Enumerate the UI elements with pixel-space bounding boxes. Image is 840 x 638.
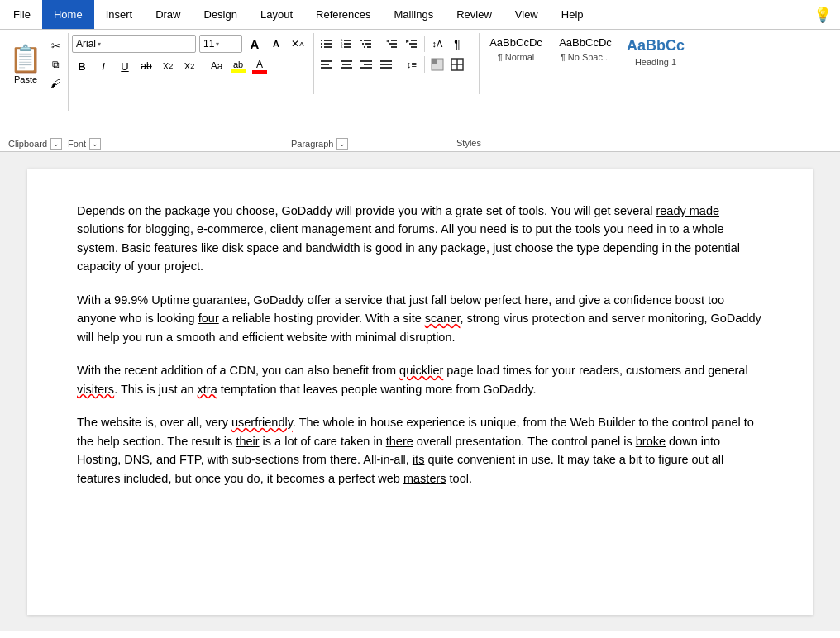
menu-mailings[interactable]: Mailings bbox=[383, 0, 446, 29]
shading-button[interactable] bbox=[428, 55, 446, 74]
font-expander[interactable]: ⌄ bbox=[89, 138, 101, 150]
font-label-area: Font ⌄ bbox=[64, 136, 288, 151]
styles-group-label: Styles bbox=[456, 138, 481, 148]
font-color-swatch bbox=[252, 70, 267, 74]
menu-draw[interactable]: Draw bbox=[144, 0, 192, 29]
align-left-button[interactable] bbox=[317, 55, 336, 74]
align-center-button[interactable] bbox=[337, 55, 356, 74]
svg-rect-27 bbox=[321, 64, 329, 65]
menu-view[interactable]: View bbox=[504, 0, 550, 29]
menu-layout[interactable]: Layout bbox=[249, 0, 304, 29]
borders-button[interactable] bbox=[448, 55, 466, 74]
svg-rect-23 bbox=[411, 40, 417, 41]
style-nospace-label: ¶ No Spac... bbox=[561, 52, 610, 62]
document-page[interactable]: Depends on the package you choose, GoDad… bbox=[27, 169, 813, 615]
svg-rect-37 bbox=[380, 67, 392, 69]
font-name-dropdown[interactable]: Arial ▾ bbox=[72, 35, 196, 53]
font-grow-button[interactable]: A bbox=[246, 35, 264, 53]
increase-indent-icon bbox=[405, 37, 418, 50]
clipboard-label-area: Clipboard ⌄ bbox=[5, 136, 64, 151]
paste-icon: 📋 bbox=[9, 43, 42, 74]
format-painter-button[interactable]: 🖌 bbox=[46, 74, 64, 93]
para-separator-2 bbox=[424, 36, 425, 52]
font-color-button[interactable]: A bbox=[250, 56, 270, 76]
clipboard-group: 📋 Paste ✂ ⧉ 🖌 bbox=[5, 33, 69, 111]
paragraph-3: With the recent addition of a CDN, you c… bbox=[77, 361, 763, 398]
underline-button[interactable]: U bbox=[115, 56, 135, 76]
svg-rect-13 bbox=[364, 40, 371, 41]
bullets-button[interactable] bbox=[317, 35, 336, 53]
svg-rect-34 bbox=[360, 67, 372, 69]
paragraph-expander[interactable]: ⌄ bbox=[336, 138, 348, 150]
superscript-button[interactable]: X2 bbox=[179, 56, 199, 76]
clipboard-expander[interactable]: ⌄ bbox=[50, 138, 62, 150]
paste-label: Paste bbox=[14, 74, 37, 84]
style-heading1[interactable]: AaBbCc Heading 1 bbox=[622, 35, 690, 69]
style-heading1-preview: AaBbCc bbox=[627, 36, 685, 55]
svg-rect-0 bbox=[321, 40, 322, 41]
align-right-icon bbox=[360, 58, 373, 71]
align-right-button[interactable] bbox=[357, 55, 375, 74]
svg-rect-7 bbox=[344, 40, 351, 41]
menu-home[interactable]: Home bbox=[42, 0, 94, 29]
menu-file[interactable]: File bbox=[2, 0, 42, 29]
align-left-icon bbox=[320, 58, 333, 71]
svg-rect-28 bbox=[321, 67, 332, 69]
format-separator bbox=[203, 58, 203, 74]
svg-rect-29 bbox=[341, 60, 352, 62]
paste-button[interactable]: 📋 Paste bbox=[7, 35, 45, 93]
svg-rect-11 bbox=[344, 46, 351, 48]
subscript-button[interactable]: X2 bbox=[158, 56, 178, 76]
cut-icon: ✂ bbox=[51, 40, 60, 52]
font-group: Arial ▾ 11 ▾ A A ✕A B I U ab X2 X2 Aa bbox=[69, 33, 314, 94]
italic-button[interactable]: I bbox=[93, 56, 113, 76]
bold-button[interactable]: B bbox=[72, 56, 92, 76]
shading-icon bbox=[431, 58, 444, 71]
sort-button[interactable]: ↕A bbox=[428, 35, 446, 53]
line-spacing-button[interactable]: ↕≡ bbox=[403, 55, 421, 74]
underline-four: four bbox=[198, 312, 219, 325]
cut-button[interactable]: ✂ bbox=[46, 36, 64, 55]
style-no-space[interactable]: AaBbCcDc ¶ No Spac... bbox=[552, 35, 618, 69]
menu-help[interactable]: Help bbox=[550, 0, 595, 29]
font-size-dropdown[interactable]: 11 ▾ bbox=[199, 35, 242, 53]
menu-review[interactable]: Review bbox=[445, 0, 504, 29]
style-normal[interactable]: AaBbCcDc ¶ Normal bbox=[483, 35, 549, 69]
highlight-color-swatch bbox=[231, 69, 246, 73]
case-button[interactable]: Aa bbox=[207, 56, 227, 76]
svg-rect-31 bbox=[341, 67, 352, 69]
highlight-text: ab bbox=[233, 60, 243, 69]
align-center-icon bbox=[340, 58, 353, 71]
svg-rect-1 bbox=[324, 40, 332, 41]
multilevel-button[interactable] bbox=[357, 35, 375, 53]
menu-design[interactable]: Design bbox=[193, 0, 249, 29]
underline-its: its bbox=[413, 453, 425, 466]
para-separator-4 bbox=[424, 56, 425, 73]
menu-insert[interactable]: Insert bbox=[94, 0, 145, 29]
style-nospace-preview: AaBbCcDc bbox=[559, 36, 612, 50]
decrease-indent-button[interactable] bbox=[383, 35, 401, 53]
underline-visiters: visiters bbox=[77, 383, 114, 396]
increase-indent-button[interactable] bbox=[403, 35, 421, 53]
style-normal-preview: AaBbCcDc bbox=[489, 36, 542, 50]
strikethrough-button[interactable]: ab bbox=[136, 56, 156, 76]
paragraph-4: The website is, over all, very userfrien… bbox=[77, 413, 763, 488]
svg-text:3.: 3. bbox=[341, 45, 343, 49]
underline-scaner: scaner bbox=[425, 312, 461, 325]
font-shrink-button[interactable]: A bbox=[267, 35, 285, 53]
justify-icon bbox=[379, 58, 393, 71]
clear-format-button[interactable]: ✕A bbox=[289, 35, 307, 53]
svg-rect-24 bbox=[409, 43, 417, 45]
decrease-indent-icon bbox=[385, 37, 399, 50]
show-marks-button[interactable]: ¶ bbox=[448, 35, 466, 53]
highlight-button[interactable]: ab bbox=[228, 56, 248, 76]
lightbulb-icon[interactable]: 💡 bbox=[812, 6, 833, 24]
numbering-button[interactable]: 1. 2. 3. bbox=[337, 35, 356, 53]
copy-button[interactable]: ⧉ bbox=[46, 55, 64, 74]
justify-button[interactable] bbox=[377, 55, 395, 74]
numbering-icon: 1. 2. 3. bbox=[340, 37, 353, 50]
menu-references[interactable]: References bbox=[304, 0, 382, 29]
svg-marker-18 bbox=[386, 40, 389, 43]
borders-icon bbox=[451, 58, 464, 71]
svg-rect-4 bbox=[321, 46, 322, 48]
